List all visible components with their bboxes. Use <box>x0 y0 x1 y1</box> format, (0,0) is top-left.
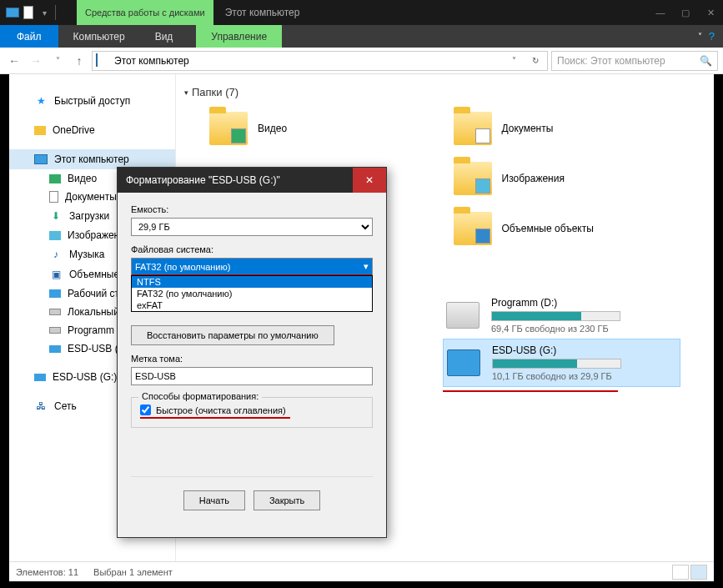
usb-icon <box>49 345 61 353</box>
chevron-down-icon[interactable]: ▾ <box>35 3 53 22</box>
chevron-down-icon: ▾ <box>184 88 188 97</box>
contextual-tab[interactable]: Средства работы с дисками <box>77 0 213 25</box>
volume-label-input[interactable] <box>131 367 373 385</box>
item-count: Элементов: 11 <box>16 567 78 577</box>
pc-icon <box>34 153 48 166</box>
divider <box>55 5 73 20</box>
close-button[interactable]: ✕ <box>698 0 723 25</box>
chevron-down-icon: ▾ <box>364 261 369 272</box>
folder-icon <box>454 162 492 195</box>
selection-info: Выбран 1 элемент <box>93 567 173 577</box>
folder-documents[interactable]: Документы <box>454 112 681 145</box>
close-button[interactable]: ✕ <box>353 168 386 193</box>
capacity-select[interactable]: 29,9 ГБ <box>131 218 373 236</box>
title-bar: ▾ Средства работы с дисками Этот компьют… <box>0 0 723 25</box>
cube-icon: ▣ <box>49 268 63 281</box>
pc-icon <box>3 3 22 22</box>
drive-esd-usb[interactable]: ESD-USB (G:) 10,1 ГБ свободно из 29,9 ГБ <box>443 339 680 387</box>
format-dialog: Форматирование "ESD-USB (G:)" ✕ Емкость:… <box>117 167 387 538</box>
status-bar: Элементов: 11 Выбран 1 элемент <box>9 561 714 581</box>
capacity-bar <box>492 359 621 369</box>
minimize-button[interactable]: — <box>648 0 673 25</box>
capacity-label: Емкость: <box>131 204 373 214</box>
filesystem-options: NTFS FAT32 (по умолчанию) exFAT <box>131 275 373 312</box>
tab-view[interactable]: Вид <box>140 25 188 48</box>
help-icon[interactable]: ? <box>709 30 715 43</box>
star-icon: ★ <box>34 94 48 108</box>
folder-icon <box>34 126 46 135</box>
quick-format-checkbox[interactable]: Быстрое (очистка оглавления) <box>140 405 364 415</box>
usb-drive-icon <box>447 349 480 376</box>
address-path: Этот компьютер <box>114 55 189 67</box>
drive-icon <box>446 302 479 329</box>
recent-dropdown[interactable]: ˅ <box>48 52 67 70</box>
fs-option-ntfs[interactable]: NTFS <box>132 276 372 288</box>
format-methods-group: Способы форматирования: Быстрое (очистка… <box>131 397 373 428</box>
search-icon[interactable]: 🔍 <box>700 55 712 67</box>
details-view-icon[interactable] <box>672 565 689 580</box>
ribbon-expand-icon[interactable]: ˅ <box>698 32 702 41</box>
quick-access[interactable]: ★ Быстрый доступ <box>9 91 175 111</box>
dialog-footer: Начать Закрыть <box>131 476 373 525</box>
filesystem-select[interactable]: FAT32 (по умолчанию)▾ <box>131 258 373 276</box>
network-icon: 🖧 <box>34 400 48 413</box>
tab-computer[interactable]: Компьютер <box>58 25 140 48</box>
search-placeholder: Поиск: Этот компьютер <box>557 55 665 67</box>
doc-icon <box>23 6 33 19</box>
onedrive[interactable]: OneDrive <box>9 121 175 139</box>
window-title: Этот компьютер <box>213 0 312 25</box>
restore-defaults-button[interactable]: Восстановить параметры по умолчанию <box>131 325 334 345</box>
download-icon: ⬇ <box>49 209 63 223</box>
folder-icon <box>454 112 492 145</box>
tiles-view-icon[interactable] <box>690 565 707 580</box>
folder-pictures[interactable]: Изображения <box>454 162 681 195</box>
dialog-title-bar[interactable]: Форматирование "ESD-USB (G:)" ✕ <box>118 168 386 193</box>
folders-group-header[interactable]: ▾ Папки (7) <box>184 86 705 98</box>
pc-icon <box>96 54 109 68</box>
address-field[interactable]: Этот компьютер ˅ ↻ <box>92 51 548 71</box>
filesystem-label: Файловая система: <box>131 244 373 254</box>
desktop-icon <box>49 289 61 298</box>
doc-icon <box>49 191 58 203</box>
refresh-icon[interactable]: ↻ <box>527 56 544 65</box>
folder-icon <box>454 212 492 245</box>
close-dialog-button[interactable]: Закрыть <box>254 490 320 510</box>
folder-icon <box>209 112 248 145</box>
start-button[interactable]: Начать <box>183 490 245 510</box>
tab-manage[interactable]: Управление <box>196 25 282 48</box>
file-menu[interactable]: Файл <box>0 25 58 48</box>
annotation-underline <box>443 390 618 392</box>
drive-icon <box>49 309 61 315</box>
capacity-bar <box>491 311 620 321</box>
picture-icon <box>49 231 61 240</box>
fs-option-fat32[interactable]: FAT32 (по умолчанию) <box>132 288 372 299</box>
address-dropdown-icon[interactable]: ˅ <box>505 56 522 65</box>
volume-label-caption: Метка тома: <box>131 354 373 364</box>
usb-icon <box>34 374 46 381</box>
address-bar: ← → ˅ ↑ Этот компьютер ˅ ↻ Поиск: Этот к… <box>0 48 723 74</box>
music-icon: ♪ <box>49 248 63 261</box>
annotation-underline <box>140 417 290 419</box>
forward-button[interactable]: → <box>27 52 45 70</box>
maximize-button[interactable]: ▢ <box>673 0 698 25</box>
drive-programm-d[interactable]: Programm (D:) 69,4 ГБ свободно из 230 ГБ <box>443 292 680 339</box>
folder-videos[interactable]: Видео <box>209 112 437 145</box>
back-button[interactable]: ← <box>5 52 23 70</box>
folder-3d-objects[interactable]: Объемные объекты <box>454 212 681 245</box>
fs-option-exfat[interactable]: exFAT <box>132 299 372 311</box>
up-button[interactable]: ↑ <box>70 52 88 70</box>
ribbon-bar: Файл Компьютер Вид Управление ˅ ? <box>0 25 723 48</box>
drive-icon <box>49 327 61 334</box>
video-icon <box>49 174 61 183</box>
search-input[interactable]: Поиск: Этот компьютер 🔍 <box>551 51 718 71</box>
